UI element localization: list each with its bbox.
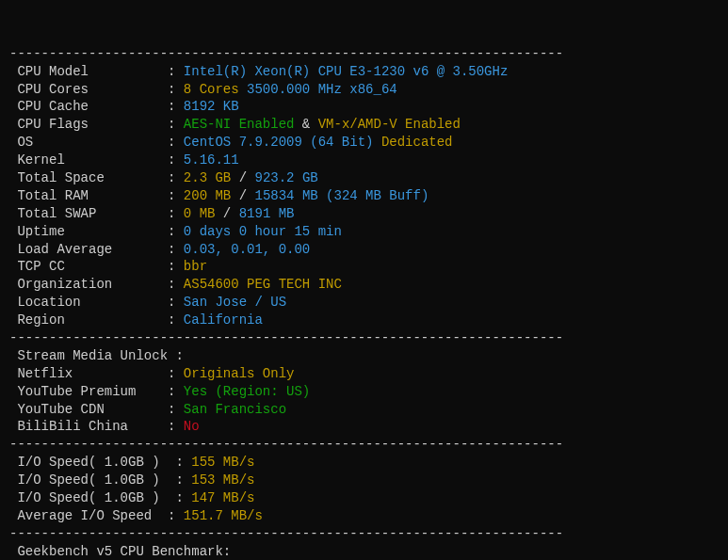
label-io-speed: I/O Speed( 1.0GB ) [9, 455, 175, 470]
label-uptime: Uptime [9, 224, 168, 239]
value-io-avg: 151.7 MB/s [184, 508, 263, 523]
value-io-1: 155 MB/s [191, 455, 254, 470]
label-cpu-flags: CPU Flags [9, 117, 168, 132]
value-ram-used: 200 MB [184, 188, 231, 203]
label-stream-header: Stream Media Unlock [9, 348, 175, 363]
label-os: OS [9, 135, 168, 150]
label-io-speed: I/O Speed( 1.0GB ) [9, 490, 175, 505]
label-youtube-cdn: YouTube CDN [9, 402, 168, 417]
value-io-2: 153 MB/s [191, 472, 254, 488]
value-netflix: Originals Only [184, 366, 295, 381]
label-total-swap: Total SWAP [9, 206, 168, 221]
separator: ----------------------------------------… [9, 46, 563, 61]
label-load-average: Load Average [9, 242, 168, 257]
separator: ----------------------------------------… [9, 526, 563, 541]
value-flags-aes: AES-NI Enabled [184, 117, 295, 132]
value-ram-buff: (324 MB Buff) [326, 188, 429, 203]
label-bilibili: BiliBili China [9, 419, 168, 434]
label-location: Location [9, 295, 168, 310]
separator: ----------------------------------------… [9, 330, 563, 345]
value-swap-used: 0 MB [184, 206, 216, 221]
label-organization: Organization [9, 277, 168, 292]
label-netflix: Netflix [9, 366, 168, 381]
value-uptime: 0 days 0 hour 15 min [184, 224, 342, 239]
label-youtube-premium: YouTube Premium [9, 384, 168, 399]
value-swap-total: 8191 MB [239, 206, 295, 221]
value-flags-vmx: VM-x/AMD-V Enabled [318, 117, 461, 132]
value-organization: AS54600 PEG TECH INC [184, 277, 342, 292]
label-io-speed: I/O Speed( 1.0GB ) [9, 472, 175, 488]
value-load: 0.03, 0.01, 0.00 [184, 242, 310, 257]
value-bilibili: No [184, 419, 200, 434]
value-space-used: 2.3 GB [184, 170, 231, 185]
value-ram-total: 15834 MB [254, 188, 326, 203]
value-os: CentOS 7.9.2009 (64 Bit) [184, 135, 381, 150]
value-tcp: bbr [184, 259, 207, 274]
label-geekbench-header: Geekbench v5 CPU Benchmark: [9, 544, 231, 559]
value-cpu-cache: 8192 KB [184, 99, 239, 114]
value-kernel: 5.16.11 [184, 152, 239, 168]
label-region: Region [9, 312, 168, 328]
label-avg-io-speed: Average I/O Speed [9, 508, 168, 523]
value-region: California [184, 312, 263, 328]
label-cpu-cache: CPU Cache [9, 99, 168, 114]
label-kernel: Kernel [9, 152, 168, 168]
terminal-output: ----------------------------------------… [9, 45, 719, 560]
value-cpu-freq: 3500.000 MHz x86_64 [247, 82, 397, 97]
value-youtube-premium: Yes (Region: US) [184, 384, 310, 399]
value-io-3: 147 MB/s [191, 490, 254, 505]
label-cpu-cores: CPU Cores [9, 82, 168, 97]
value-cpu-cores: 8 Cores [184, 82, 247, 97]
label-cpu-model: CPU Model [9, 64, 168, 79]
separator: ----------------------------------------… [9, 437, 563, 452]
value-youtube-cdn: San Francisco [184, 402, 286, 417]
value-location: San Jose / US [184, 295, 286, 310]
value-space-total: 923.2 GB [254, 170, 317, 185]
label-total-space: Total Space [9, 170, 168, 185]
label-total-ram: Total RAM [9, 188, 168, 203]
value-os-type: Dedicated [381, 135, 453, 150]
label-tcp-cc: TCP CC [9, 259, 168, 274]
value-cpu-model: Intel(R) Xeon(R) CPU E3-1230 v6 @ 3.50GH… [184, 64, 508, 79]
